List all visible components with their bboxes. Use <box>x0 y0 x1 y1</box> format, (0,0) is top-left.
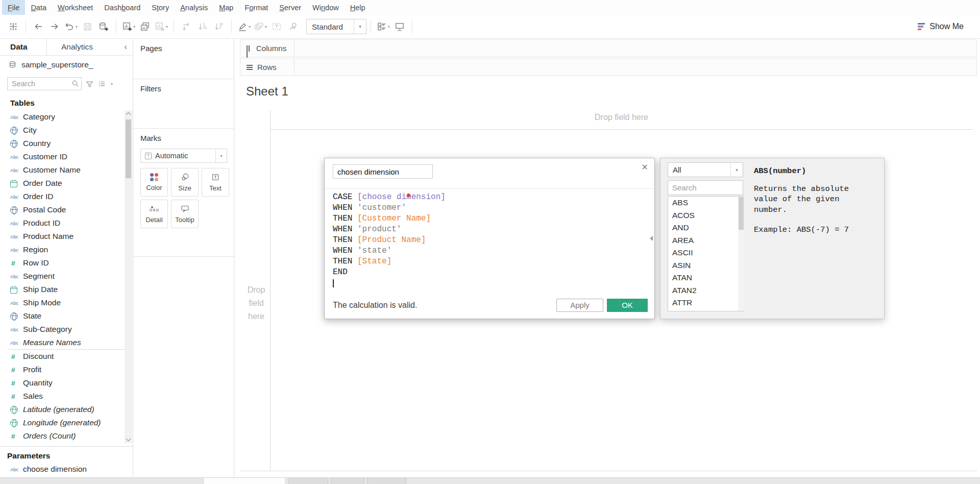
field-item[interactable]: Postal Code <box>0 203 133 216</box>
drop-field-zone-left[interactable]: Dropfieldhere <box>245 283 267 323</box>
sheet-tab-partial[interactable] <box>367 478 406 484</box>
function-item[interactable]: ABS <box>668 197 744 209</box>
parameter-item[interactable]: choose dimension <box>0 463 133 476</box>
field-item[interactable]: Discount <box>0 350 133 363</box>
field-item[interactable]: City <box>0 124 133 137</box>
sheet-tab-partial[interactable] <box>331 478 364 484</box>
menu-item-story[interactable]: Story <box>146 0 175 15</box>
field-item[interactable]: Profit <box>0 363 133 376</box>
new-sheet-caret-icon[interactable]: ▾ <box>133 25 135 29</box>
menu-item-format[interactable]: Format <box>239 0 274 15</box>
close-icon[interactable] <box>642 162 648 172</box>
scroll-up-icon[interactable] <box>126 112 131 117</box>
presentation-mode-button[interactable] <box>391 17 408 36</box>
menu-item-help[interactable]: Help <box>345 0 371 15</box>
field-item[interactable]: Product Name <box>0 230 133 243</box>
scrollbar-thumb[interactable] <box>126 119 131 178</box>
formula-editor[interactable]: CASE [choose dimension]WHEN 'customer'TH… <box>333 192 639 288</box>
scrollbar-thumb[interactable] <box>739 197 744 230</box>
menu-item-data[interactable]: Data <box>25 0 52 15</box>
field-item[interactable]: Customer Name <box>0 163 133 177</box>
field-item[interactable]: Sub-Category <box>0 323 133 336</box>
function-item[interactable]: AND <box>668 222 744 234</box>
field-item[interactable]: Region <box>0 243 133 256</box>
highlight-caret-icon[interactable]: ▾ <box>249 25 251 29</box>
function-item[interactable]: ASIN <box>668 259 744 272</box>
forward-button[interactable] <box>46 17 63 36</box>
collapse-pane-icon[interactable]: ‹ <box>118 39 133 55</box>
show-hide-cards-button[interactable]: ▾ <box>375 17 391 36</box>
mark-type-caret-icon[interactable]: ▾ <box>215 149 227 162</box>
field-item[interactable]: Segment <box>0 270 133 283</box>
undo-caret-icon[interactable]: ▾ <box>76 25 78 29</box>
menu-item-map[interactable]: Map <box>213 0 239 15</box>
show-me-button[interactable]: Show Me <box>918 22 975 31</box>
tab-data[interactable]: Data <box>0 39 47 55</box>
add-data-source-button[interactable] <box>95 17 112 36</box>
duplicate-sheet-button[interactable] <box>137 17 153 36</box>
search-input[interactable] <box>7 77 82 90</box>
fit-selector[interactable]: Standard ▾ <box>306 19 366 34</box>
function-item[interactable]: ASCII <box>668 247 744 259</box>
columns-shelf[interactable]: Columns <box>240 39 977 57</box>
field-item[interactable]: Orders (Count) <box>0 429 133 443</box>
undo-button[interactable]: ▾ <box>63 17 79 36</box>
function-search-input[interactable] <box>668 180 743 195</box>
category-caret-icon[interactable]: ▾ <box>730 163 743 177</box>
sheet-tab-partial[interactable] <box>204 478 285 484</box>
menu-item-window[interactable]: Window <box>307 0 345 15</box>
menu-item-file[interactable]: File <box>2 0 25 15</box>
field-item[interactable]: Longitude (generated) <box>0 416 133 429</box>
show-cards-caret-icon[interactable]: ▾ <box>388 25 390 29</box>
calculation-name-input[interactable] <box>333 164 433 179</box>
field-item[interactable]: Order Date <box>0 177 133 190</box>
field-item[interactable]: Ship Date <box>0 283 133 296</box>
field-item[interactable]: Product ID <box>0 216 133 230</box>
sheet-tab-partial[interactable] <box>288 478 328 484</box>
function-item[interactable]: ATTR <box>668 297 744 309</box>
function-item[interactable]: ATAN2 <box>668 284 744 297</box>
datasource-item[interactable]: sample_superstore_ <box>0 56 133 74</box>
field-item[interactable]: Latitude (generated) <box>0 403 133 416</box>
back-button[interactable] <box>30 17 46 36</box>
field-item[interactable]: Quantity <box>0 376 133 390</box>
mark-type-dropdown[interactable]: T Automatic ▾ <box>140 149 227 163</box>
tooltip-button[interactable]: Tooltip <box>171 200 199 228</box>
field-item[interactable]: Order ID <box>0 190 133 203</box>
scroll-down-icon[interactable] <box>126 437 131 442</box>
menu-item-server[interactable]: Server <box>274 0 307 15</box>
function-list-scrollbar[interactable] <box>738 197 744 311</box>
rows-shelf[interactable]: Rows <box>240 58 977 76</box>
field-item[interactable]: Customer ID <box>0 150 133 163</box>
field-item[interactable]: Row ID <box>0 256 133 270</box>
field-item[interactable]: Country <box>0 137 133 150</box>
fit-caret-icon[interactable]: ▾ <box>354 19 366 34</box>
function-item[interactable]: AREA <box>668 234 744 247</box>
field-item[interactable]: State <box>0 309 133 323</box>
menu-item-analysis[interactable]: Analysis <box>175 0 213 15</box>
function-category-dropdown[interactable]: All ▾ <box>668 162 743 177</box>
menu-item-worksheet[interactable]: Worksheet <box>52 0 99 15</box>
fields-scrollbar[interactable] <box>125 110 132 443</box>
field-item[interactable]: Category <box>0 110 133 124</box>
new-worksheet-button[interactable]: ▾ <box>120 17 137 36</box>
highlight-button[interactable]: ▾ <box>236 17 252 36</box>
function-item[interactable]: ACOS <box>668 209 744 222</box>
field-item[interactable]: Ship Mode <box>0 296 133 309</box>
menu-item-dashboard[interactable]: Dashboard <box>99 0 146 15</box>
text-button[interactable]: Text <box>202 168 229 197</box>
color-button[interactable]: Color <box>140 168 168 197</box>
detail-button[interactable]: Detail <box>140 200 168 228</box>
size-button[interactable]: Size <box>171 168 199 197</box>
filters-shelf[interactable]: Filters <box>133 79 234 129</box>
drop-field-zone-top[interactable]: Drop field here <box>270 113 973 122</box>
tab-analytics[interactable]: Analytics <box>47 39 118 55</box>
field-item[interactable]: Sales <box>0 390 133 403</box>
view-options-icon[interactable] <box>97 80 106 88</box>
function-item[interactable]: ATAN <box>668 272 744 284</box>
collapse-functions-icon[interactable] <box>650 236 653 241</box>
field-item[interactable]: Measure Names <box>0 336 133 349</box>
ok-button[interactable]: OK <box>607 299 648 312</box>
view-options-caret-icon[interactable]: ▾ <box>111 82 113 86</box>
apply-button[interactable]: Apply <box>556 299 603 312</box>
